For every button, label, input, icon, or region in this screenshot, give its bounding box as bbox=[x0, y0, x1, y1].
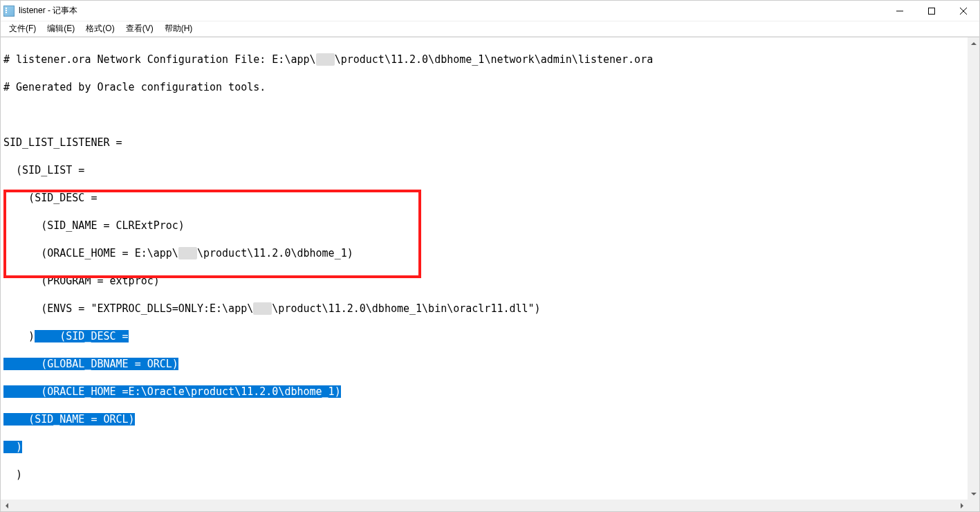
close-button[interactable] bbox=[947, 1, 979, 21]
svg-rect-1 bbox=[929, 8, 935, 14]
notepad-icon bbox=[3, 6, 15, 17]
text-line: (SID_LIST = bbox=[3, 163, 965, 177]
menu-help[interactable]: 帮助(H) bbox=[159, 21, 198, 36]
selected-text: (ORACLE_HOME =E:\Oracle\product\11.2.0\d… bbox=[3, 385, 341, 398]
menu-file[interactable]: 文件(F) bbox=[3, 21, 41, 36]
text-line: (SID_DESC = bbox=[3, 191, 965, 205]
scroll-left-button[interactable] bbox=[1, 500, 12, 511]
maximize-button[interactable] bbox=[916, 1, 947, 21]
menu-edit[interactable]: 编辑(E) bbox=[41, 21, 80, 36]
text-line: \product\11.2.0\dbhome_1\network\admin\l… bbox=[335, 53, 654, 66]
chevron-down-icon bbox=[971, 493, 977, 495]
text-line: # Generated by Oracle configuration tool… bbox=[3, 80, 965, 94]
menubar: 文件(F) 编辑(E) 格式(O) 查看(V) 帮助(H) bbox=[1, 21, 979, 37]
selected-text: (SID_NAME = ORCL) bbox=[3, 413, 135, 426]
titlebar-left: listener - 记事本 bbox=[3, 5, 77, 17]
text-line: # listener.ora Network Configuration Fil… bbox=[3, 53, 316, 66]
horizontal-scrollbar[interactable] bbox=[1, 500, 968, 511]
text-line: ) bbox=[3, 468, 965, 482]
text-line: ) bbox=[3, 330, 35, 342]
selected-text: ) bbox=[3, 441, 22, 453]
selected-text: (SID_DESC = bbox=[35, 330, 128, 342]
selected-text: (GLOBAL_DBNAME = ORCL) bbox=[3, 358, 178, 370]
text-editor[interactable]: # listener.ora Network Configuration Fil… bbox=[1, 37, 968, 500]
window-controls bbox=[884, 1, 979, 21]
minimize-button[interactable] bbox=[884, 1, 916, 21]
text-line: (ORACLE_HOME = E:\app\ bbox=[3, 247, 178, 259]
text-line: (PROGRAM = extproc) bbox=[3, 274, 965, 288]
vertical-scrollbar[interactable] bbox=[968, 37, 979, 500]
scrollbar-corner bbox=[968, 500, 979, 511]
text-line: (ENVS = "EXTPROC_DLLS=ONLY:E:\app\ bbox=[3, 302, 253, 315]
scroll-down-button[interactable] bbox=[968, 488, 979, 500]
redacted-text bbox=[178, 247, 197, 259]
redacted-text bbox=[253, 302, 272, 315]
chevron-up-icon bbox=[971, 42, 977, 45]
menu-format[interactable]: 格式(O) bbox=[80, 21, 120, 36]
window-title: listener - 记事本 bbox=[19, 5, 77, 17]
chevron-right-icon bbox=[961, 503, 963, 509]
redacted-text bbox=[316, 53, 335, 66]
chevron-left-icon bbox=[6, 503, 8, 509]
text-line: \product\11.2.0\dbhome_1\bin\oraclr11.dl… bbox=[272, 302, 540, 315]
text-line: SID_LIST_LISTENER = bbox=[3, 136, 965, 149]
scroll-right-button[interactable] bbox=[956, 500, 968, 511]
menu-view[interactable]: 查看(V) bbox=[120, 21, 159, 36]
editor-area: # listener.ora Network Configuration Fil… bbox=[1, 37, 979, 511]
scroll-up-button[interactable] bbox=[968, 37, 979, 49]
text-line: \product\11.2.0\dbhome_1) bbox=[197, 247, 353, 259]
text-line bbox=[3, 108, 965, 122]
titlebar: listener - 记事本 bbox=[1, 1, 979, 21]
text-line: (SID_NAME = CLRExtProc) bbox=[3, 219, 965, 232]
